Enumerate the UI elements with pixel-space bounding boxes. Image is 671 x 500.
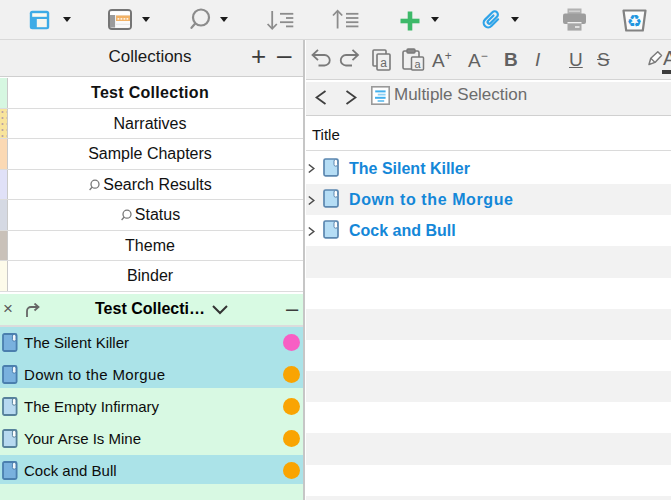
svg-text:a: a — [380, 56, 387, 70]
svg-text:♻: ♻ — [627, 12, 642, 31]
svg-text:a: a — [414, 58, 421, 70]
